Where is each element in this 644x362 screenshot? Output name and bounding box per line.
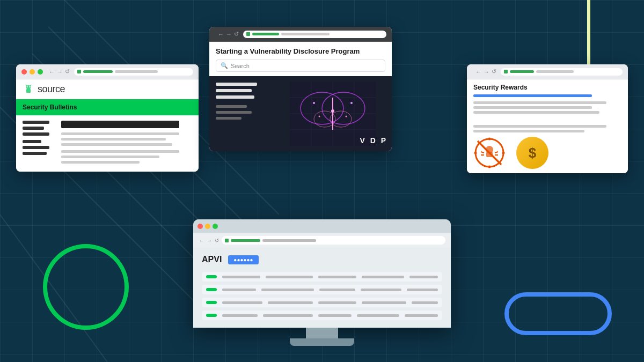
security-rewards-window: ← → ↺ Security Rewards <box>467 64 628 173</box>
content-line <box>23 152 47 155</box>
svg-point-24 <box>313 102 315 104</box>
apvi-header: APVI ●●●●●● <box>202 255 442 264</box>
vdp-left-content <box>209 76 274 151</box>
vdp-page-title: Starting a Vulnerability Disclosure Prog… <box>216 47 385 55</box>
back-arrow-icon[interactable]: ← <box>49 69 55 75</box>
address-bar[interactable] <box>74 68 193 76</box>
content-line <box>216 95 254 99</box>
forward-arrow-icon[interactable]: → <box>207 238 212 243</box>
table-cell <box>357 314 399 317</box>
table-cell <box>319 289 355 291</box>
svg-point-8 <box>27 86 28 87</box>
table-cell <box>222 314 258 317</box>
window-maximize-btn[interactable] <box>38 69 43 75</box>
dollar-sign: $ <box>529 145 536 161</box>
table-cell <box>318 314 352 317</box>
content-line <box>61 138 166 141</box>
rewards-blue-bar <box>473 94 592 97</box>
table-row <box>202 311 442 320</box>
table-row <box>202 272 442 282</box>
svg-line-36 <box>478 141 501 165</box>
url-rest <box>262 239 316 242</box>
decorative-green-circle <box>43 244 129 330</box>
window-close-btn[interactable] <box>197 224 203 229</box>
url-fill <box>231 239 260 242</box>
svg-line-10 <box>26 85 27 86</box>
vdp-address-bar[interactable] <box>243 31 386 38</box>
android-brand-label: source <box>38 84 65 95</box>
rewards-address-bar[interactable] <box>501 68 623 76</box>
content-line <box>473 130 584 132</box>
status-indicator <box>206 314 217 317</box>
content-line <box>23 121 49 124</box>
table-cell <box>409 276 438 278</box>
monitor-base <box>290 338 354 346</box>
lock-icon <box>246 32 250 36</box>
lock-icon <box>77 70 81 73</box>
vdp-graphic-area: V D P <box>274 76 392 151</box>
rewards-icons-section: $ <box>467 121 628 173</box>
content-line <box>216 105 247 108</box>
url-rest <box>115 70 158 73</box>
forward-arrow-icon[interactable]: → <box>226 31 232 38</box>
window-maximize-btn[interactable] <box>213 224 218 229</box>
forward-arrow-icon[interactable]: → <box>484 69 489 75</box>
table-cell <box>362 301 407 304</box>
android-content-area <box>16 115 199 172</box>
table-cell <box>361 289 401 291</box>
apvi-content: APVI ●●●●●● <box>193 247 451 328</box>
apvi-nav-bar: ← → ↺ <box>193 233 451 247</box>
decorative-blue-oval <box>504 292 612 335</box>
window-minimize-btn[interactable] <box>205 224 210 229</box>
apvi-title: APVI <box>202 255 222 264</box>
back-arrow-icon[interactable]: ← <box>199 238 204 243</box>
table-cell <box>222 276 260 278</box>
search-icon: 🔍 <box>221 62 228 69</box>
svg-point-38 <box>488 166 491 168</box>
content-line <box>61 132 179 135</box>
monitor-stand <box>306 328 338 338</box>
content-line <box>216 111 252 114</box>
rewards-nav: ← → ↺ <box>475 68 623 76</box>
lock-icon <box>225 239 229 242</box>
apvi-address-bar[interactable] <box>222 236 445 245</box>
table-cell <box>407 289 438 291</box>
rewards-header: Security Rewards <box>467 79 628 121</box>
url-fill <box>252 33 279 35</box>
window-close-btn[interactable] <box>21 69 27 75</box>
table-cell <box>268 301 313 304</box>
back-arrow-icon[interactable]: ← <box>218 31 224 38</box>
reload-icon[interactable]: ↺ <box>65 68 70 75</box>
vdp-titlebar: ← → ↺ <box>209 27 392 42</box>
android-logo-icon <box>23 85 34 94</box>
content-line <box>216 117 241 120</box>
vdp-text-label: V D P <box>360 136 387 145</box>
svg-point-25 <box>350 102 353 104</box>
vdp-nav: ← → ↺ <box>218 31 386 38</box>
content-line <box>61 156 159 158</box>
content-line <box>473 101 606 104</box>
forward-arrow-icon[interactable]: → <box>57 69 63 75</box>
window-minimize-btn[interactable] <box>30 69 35 75</box>
table-row <box>202 285 442 294</box>
url-rest <box>281 33 330 35</box>
content-line <box>216 89 252 92</box>
apvi-monitor-screen: ← → ↺ APVI ●●●●●● <box>193 219 451 328</box>
reload-icon[interactable]: ↺ <box>492 68 496 75</box>
security-bulletins-bar: Security Bulletins <box>16 99 199 115</box>
url-rest <box>536 70 574 73</box>
table-cell <box>222 301 262 304</box>
table-cell <box>266 276 313 278</box>
highlight-bar <box>61 121 179 128</box>
vdp-search-bar[interactable]: 🔍 Search <box>216 60 385 72</box>
content-line <box>473 106 592 109</box>
content-line <box>473 111 599 114</box>
reload-icon[interactable]: ↺ <box>215 238 219 243</box>
svg-point-27 <box>346 116 347 117</box>
back-arrow-icon[interactable]: ← <box>475 69 481 75</box>
status-indicator <box>206 301 217 304</box>
status-indicator <box>206 275 217 278</box>
dollar-coin-icon: $ <box>516 137 548 169</box>
search-placeholder-text: Search <box>231 63 250 69</box>
reload-icon[interactable]: ↺ <box>234 31 239 38</box>
